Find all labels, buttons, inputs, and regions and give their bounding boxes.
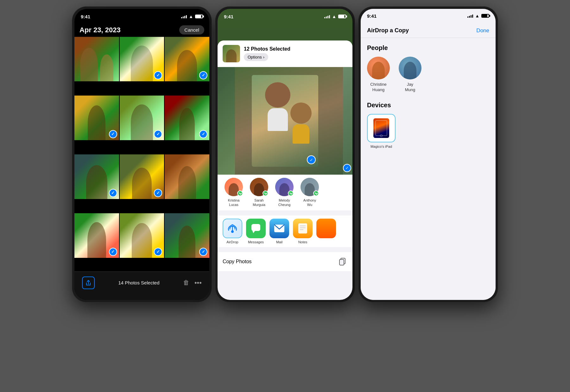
airdrop-app-icon [223,219,242,238]
figure-a [80,48,98,81]
status-time-2: 9:41 [224,14,233,19]
status-icons-3: ▲ [467,13,489,18]
person-figure-2 [290,103,312,144]
messages-icon-svg [250,223,261,234]
notes-icon-svg [298,223,308,234]
figure-m [179,226,195,258]
battery-icon-3 [481,14,489,18]
photo-cell-12[interactable] [165,213,209,258]
phone-frame-2: 9:41 ▲ [215,6,355,302]
app-messages[interactable]: Messages [246,219,266,244]
people-section: People ChristineHuang [361,38,496,95]
share-button[interactable] [82,277,95,289]
done-button[interactable]: Done [476,28,489,34]
figure-i [132,168,152,199]
person-name-christine: ChristineHuang [370,82,386,93]
person-head-1 [265,82,290,108]
figure-j [178,166,196,199]
contact-avatar-wrap-anthony [301,178,319,196]
selected-count-label: 14 Photos Selected [118,280,159,285]
toolbar-right-actions: 🗑 ••• [183,279,202,287]
photo-cell-9[interactable] [165,154,209,199]
check-overlay-main: ✓ [307,155,316,164]
signal-bar-2-4 [329,15,330,18]
check-badge-2 [154,71,162,79]
photo-cell-3[interactable] [165,37,209,81]
mail-app-icon [269,219,289,238]
apps-list: AirDrop Messages [218,219,352,244]
contact-sarah[interactable]: SarahMurguia [248,178,270,207]
sheet-divider-1 [218,210,352,213]
people-list: ChristineHuang JayMung [367,57,489,93]
photo-cell-6[interactable] [165,96,209,140]
signal-icon-1 [181,15,187,18]
check-badge-8 [154,189,162,197]
phone-screen-3: 9:41 ▲ [361,9,496,300]
figure-g [179,108,195,140]
trash-button[interactable]: 🗑 [183,279,189,287]
check-badge-3 [199,71,207,79]
contact-melody[interactable]: MelodyCheung [273,178,295,207]
person-head-2 [290,103,312,124]
photo-content-9 [165,154,209,199]
contacts-list: KristinaLucas [218,178,352,207]
options-chevron-icon: › [263,55,264,59]
app-notes[interactable]: Notes [293,219,313,244]
photo-cell-11[interactable] [120,213,164,258]
more-button[interactable]: ••• [194,279,202,287]
device-ipad[interactable]: Magico's iPad [367,114,396,149]
partial-photo-right: ✓ [343,67,352,175]
devices-section-label: Devices [367,102,489,109]
photo-cell-4[interactable] [74,96,119,140]
contact-avatar-wrap-sarah [250,178,268,196]
signal-bar-2 [183,16,184,18]
svg-rect-9 [339,259,344,265]
signal-bar-3 [184,16,185,18]
photo-cell-8[interactable] [120,154,164,199]
signal-bar-1 [181,17,182,18]
devices-section: Devices Magico's iPad [361,95,496,151]
share-icon [82,277,95,289]
cancel-button[interactable]: Cancel [179,25,204,34]
airdrop-nav-bar: AirDrop a Copy Done [361,23,496,38]
person-jay[interactable]: JayMung [399,57,421,93]
photo-cell-1[interactable] [74,37,119,81]
photo-cell-2[interactable] [120,37,164,81]
share-sheet-modal: 12 Photos Selected Options › ✕ [218,40,352,300]
app-airdrop[interactable]: AirDrop [223,219,242,244]
notes-app-label: Notes [298,240,307,244]
status-time-3: 9:41 [367,13,377,19]
signal-bar-3-3 [471,15,472,18]
wifi-icon-2: ▲ [332,14,336,19]
contact-kristina[interactable]: KristinaLucas [223,178,245,207]
avatar-jay [399,57,421,79]
photo-cell-10[interactable] [74,213,119,258]
airdrop-screen: 9:41 ▲ [361,9,496,300]
copy-icon [337,257,347,267]
contact-name-anthony: AnthonyWu [303,198,316,207]
contact-badge-kristina [237,190,243,196]
app-mail[interactable]: Mail [269,219,289,244]
check-badge-10 [109,248,117,256]
mail-app-label: Mail [276,240,282,244]
check-badge-6 [199,130,207,138]
person-christine[interactable]: ChristineHuang [367,57,390,93]
copy-photos-row[interactable]: Copy Photos [218,252,352,271]
status-bar-1: 9:41 ▲ [74,9,209,23]
photo-cell-7[interactable] [74,154,119,199]
battery-fill-2 [339,15,344,18]
app-more[interactable] [316,219,336,244]
status-bar-3: 9:41 ▲ [361,9,496,23]
status-icons-2: ▲ [324,14,346,19]
options-button[interactable]: Options › [244,53,268,61]
signal-bar-3-2 [469,16,470,18]
photo-cell-5[interactable] [120,96,164,140]
figure-e [88,105,105,140]
contact-name-sarah: SarahMurguia [253,198,265,207]
signal-bar-4 [186,15,187,18]
ipad-home-btn [380,134,383,137]
contact-anthony[interactable]: AnthonyWu [299,178,321,207]
svg-marker-2 [252,231,255,233]
main-photo-card: ✓ [252,75,318,167]
check-badge-11 [154,248,162,256]
